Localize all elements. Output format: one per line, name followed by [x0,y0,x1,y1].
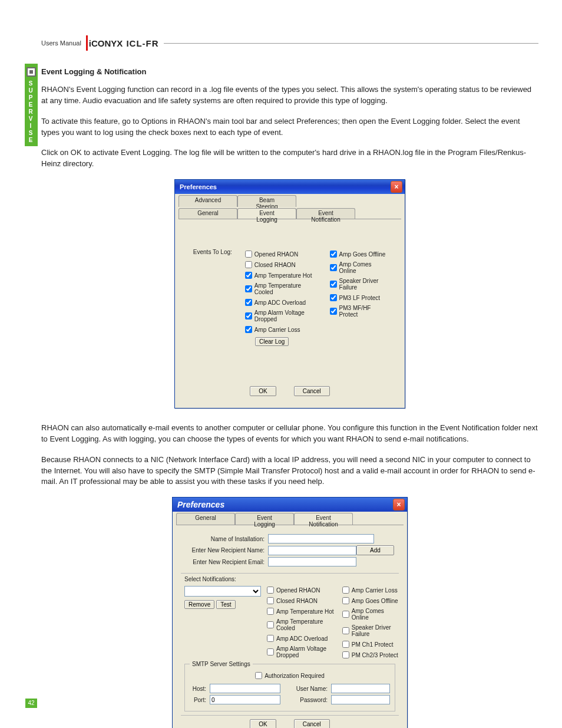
d1col1-check[interactable]: Amp Temperature Hot [245,272,317,279]
d2col1-check[interactable]: Opened RHAON [267,587,336,594]
checkbox-input[interactable] [267,635,274,642]
tab-beam-steering[interactable]: Beam Steering [237,195,296,207]
tab-advanced[interactable]: Advanced [178,195,237,207]
close-button[interactable]: × [391,181,402,193]
notifications-select[interactable] [184,586,261,597]
d1col1-check[interactable]: Amp Carrier Loss [245,326,317,333]
checkbox-input[interactable] [330,251,337,258]
checkbox-input[interactable] [330,308,337,315]
checkbox-input[interactable] [245,285,252,292]
side-tab-letters: SUPERVISE [25,80,38,144]
checkbox-input[interactable] [267,648,274,655]
checkbox-input[interactable] [342,611,349,618]
tabs-lower: General Event Logging Event Notification [175,207,405,219]
recipient-email-input[interactable] [268,557,356,566]
d2col1-check[interactable]: Amp ADC Overload [267,635,336,642]
d2col1-check[interactable]: Amp Temperature Cooled [267,618,336,631]
checkbox-input[interactable] [330,294,337,301]
titlebar[interactable]: Preferences × [173,498,407,512]
d1col1-check[interactable]: Amp Alarm Voltage Dropped [245,309,317,322]
d1col1-check[interactable]: Amp ADC Overload [245,299,317,306]
select-notifications-label: Select Notifications: [181,575,399,584]
cancel-button[interactable]: Cancel [294,386,330,396]
d1col2-check[interactable]: Amp Goes Offline [330,251,388,258]
d2col2-check[interactable]: Amp Goes Offline [342,597,399,604]
checkbox-input[interactable] [245,312,252,319]
d1col1-check[interactable]: Amp Temperature Cooled [245,282,317,295]
auth-checkbox-input[interactable] [255,672,262,679]
checkbox-label: Amp ADC Overload [276,635,328,642]
d2col2-check[interactable]: PM Ch1 Protect [342,641,399,648]
checkbox-input[interactable] [245,251,252,258]
checkbox-input[interactable] [342,587,349,594]
tab-event-logging[interactable]: Event Logging [237,208,296,219]
username-input[interactable] [331,684,390,693]
d1col1-check[interactable]: Opened RHAON [245,251,317,258]
add-button[interactable]: Add [356,545,394,555]
d2col1-check[interactable]: Closed RHAON [267,597,336,604]
tab-event-notification[interactable]: Event Notification [296,208,355,219]
checkbox-input[interactable] [342,651,349,658]
password-input[interactable] [331,695,390,704]
remove-button[interactable]: Remove [184,600,214,609]
d2col2-check[interactable]: Amp Carrier Loss [342,587,399,594]
checkbox-label: Amp Carrier Loss [352,587,398,594]
checkbox-input[interactable] [267,608,274,615]
auth-required-checkbox[interactable]: Authorization Required [255,672,325,679]
checkbox-input[interactable] [342,597,349,604]
checkbox-input[interactable] [245,261,252,268]
d1col2-check[interactable]: PM3 MF/HF Protect [330,305,388,318]
recipient-name-input[interactable] [268,546,356,555]
name-install-label: Name of Installation: [186,536,268,542]
preferences-dialog-event-logging: Preferences × Advanced Beam Steering Gen… [174,179,405,409]
d2col2-check[interactable]: Speaker Driver Failure [342,624,399,637]
checkbox-label: Amp Alarm Voltage Dropped [276,645,336,658]
d2col2-check[interactable]: PM Ch2/3 Protect [342,651,399,658]
ok-button[interactable]: OK [250,719,276,728]
checkbox-input[interactable] [330,264,337,271]
tabs-upper: Advanced Beam Steering [175,194,405,207]
tab-general[interactable]: General [176,513,235,525]
checkbox-input[interactable] [330,281,337,288]
d1col2-check[interactable]: Speaker Driver Failure [330,278,388,291]
checkbox-label: PM Ch2/3 Protect [352,652,398,658]
tab-event-logging[interactable]: Event Logging [235,513,294,525]
logo-main: iCONYX [89,38,123,48]
close-icon: × [396,501,401,508]
d1col2-check[interactable]: Amp Comes Online [330,261,388,274]
checkbox-label: Amp Comes Online [352,608,399,621]
paragraph: RHAON's Event Logging function can recor… [41,84,538,107]
checkbox-input[interactable] [267,621,274,628]
checkbox-input[interactable] [245,326,252,333]
clear-log-button[interactable]: Clear Log [255,337,289,346]
d2col2-check[interactable]: Amp Comes Online [342,608,399,621]
d1col1-check[interactable]: Closed RHAON [245,261,317,268]
d1col2-check[interactable]: PM3 LF Protect [330,294,388,301]
checkbox-input[interactable] [267,597,274,604]
checkbox-label: Opened RHAON [276,587,320,594]
d2col1-check[interactable]: Amp Temperature Hot [267,608,336,615]
checkbox-label: Amp Comes Online [339,261,388,274]
tabs: General Event Logging Event Notification [173,512,407,525]
username-label: User Name: [293,686,331,692]
close-button[interactable]: × [393,499,405,510]
checkbox-label: Amp Temperature Cooled [276,618,336,631]
tab-event-notification[interactable]: Event Notification [294,513,353,525]
tab-panel: Name of Installation: Enter New Recipien… [176,525,404,728]
name-install-input[interactable] [268,534,374,543]
checkbox-input[interactable] [342,627,349,634]
checkbox-input[interactable] [245,299,252,306]
checkbox-label: PM3 LF Protect [339,295,380,301]
d2col1-check[interactable]: Amp Alarm Voltage Dropped [267,645,336,658]
ok-button[interactable]: OK [250,386,276,396]
tab-general[interactable]: General [178,208,237,219]
titlebar[interactable]: Preferences × [175,180,405,194]
checkbox-input[interactable] [342,641,349,648]
cancel-button[interactable]: Cancel [294,719,330,728]
checkbox-input[interactable] [245,272,252,279]
checkbox-input[interactable] [267,587,274,594]
host-input[interactable] [210,684,280,693]
checkbox-label: Opened RHAON [254,251,298,258]
test-button[interactable]: Test [216,600,235,609]
port-input[interactable] [210,695,280,704]
